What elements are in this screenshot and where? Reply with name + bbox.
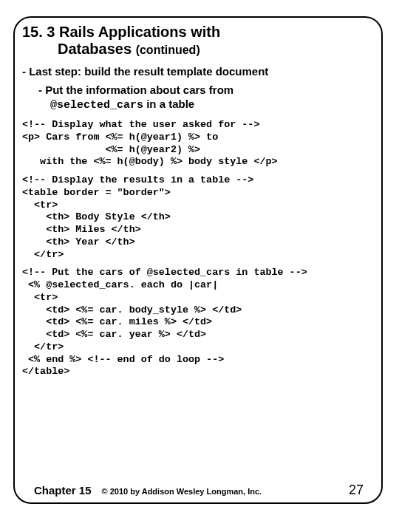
code-block-3: <!-- Put the cars of @selected_cars in t… — [22, 267, 374, 378]
bullet-put-info-sub: @selected_cars in a table — [50, 98, 374, 112]
selected-cars-var: @selected_cars — [50, 99, 143, 112]
bullet-put-info: - Put the information about cars from — [38, 83, 374, 96]
footer-copyright: © 2010 by Addison Wesley Longman, Inc. — [102, 487, 349, 496]
title-continued: (continued) — [136, 44, 200, 56]
title-line2: Databases (continued) — [22, 41, 200, 57]
bullet-last-step: - Last step: build the result template d… — [22, 65, 374, 78]
footer-chapter: Chapter 15 — [34, 484, 92, 497]
bullet-put-info-rest: in a table — [143, 98, 194, 110]
footer: Chapter 15 © 2010 by Addison Wesley Long… — [15, 482, 381, 498]
slide-frame: 15. 3 Rails Applications with Databases … — [13, 16, 383, 504]
title-line1: 15. 3 Rails Applications with — [22, 24, 220, 40]
code-block-1: <!-- Display what the user asked for -->… — [22, 119, 374, 168]
footer-page-number: 27 — [349, 482, 364, 498]
slide-title: 15. 3 Rails Applications with Databases … — [22, 24, 374, 58]
title-line2-word: Databases — [58, 41, 132, 57]
code-block-2: <!-- Display the results in a table --> … — [22, 174, 374, 261]
